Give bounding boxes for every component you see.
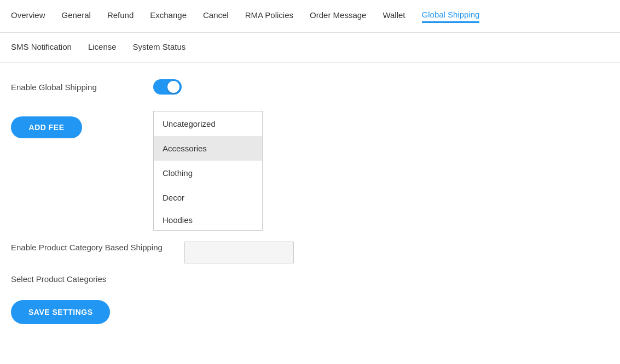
main-content: Enable Global Shipping ADD FEE Uncategor… [0,63,620,340]
nav-item-rma-policies[interactable]: RMA Policies [245,10,293,22]
nav-item-overview[interactable]: Overview [11,10,45,22]
nav-item-refund[interactable]: Refund [107,10,134,22]
select-product-categories-label: Select Product Categories [11,274,131,284]
dropdown-item-decor[interactable]: Decor [154,185,262,210]
category-select-placeholder [184,242,294,263]
nav-item-order-message[interactable]: Order Message [310,10,366,22]
nav-item-license[interactable]: License [88,42,117,54]
save-settings-row: SAVE SETTINGS [11,300,609,324]
nav-item-global-shipping[interactable]: Global Shipping [422,10,480,23]
dropdown-item-accessories[interactable]: Accessories [154,136,262,161]
nav-item-sms-notification[interactable]: SMS Notification [11,42,72,54]
nav-item-cancel[interactable]: Cancel [203,10,229,22]
top-navigation: Overview General Refund Exchange Cancel … [0,0,620,33]
nav-item-system-status[interactable]: System Status [133,42,186,54]
enable-global-shipping-toggle[interactable] [153,79,182,95]
enable-global-shipping-row: Enable Global Shipping [11,79,609,95]
nav-item-wallet[interactable]: Wallet [383,10,405,22]
toggle-thumb [167,81,179,93]
dropdown-item-clothing[interactable]: Clothing [154,161,262,185]
enable-product-category-row: Enable Product Category Based Shipping [11,242,609,263]
second-navigation: SMS Notification License System Status [0,33,620,63]
nav-item-exchange[interactable]: Exchange [150,10,187,22]
enable-global-shipping-label: Enable Global Shipping [11,83,131,92]
select-product-categories-row: Select Product Categories [11,274,609,284]
save-settings-button[interactable]: SAVE SETTINGS [11,300,110,324]
add-fee-button[interactable]: ADD FEE [11,116,82,138]
dropdown-item-hoodies-partial[interactable]: Hoodies [154,210,262,230]
enable-product-category-label: Enable Product Category Based Shipping [11,242,163,253]
product-category-dropdown[interactable]: Uncategorized Accessories Clothing Decor… [153,111,263,231]
nav-item-general[interactable]: General [62,10,91,22]
dropdown-item-uncategorized[interactable]: Uncategorized [154,111,262,136]
toggle-track [153,79,182,95]
